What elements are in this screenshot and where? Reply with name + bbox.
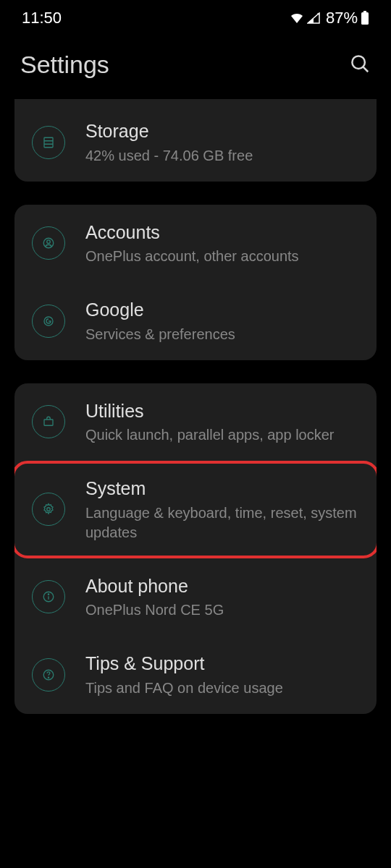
item-title: Tips & Support bbox=[85, 652, 359, 676]
storage-icon bbox=[32, 126, 65, 159]
accounts-icon bbox=[32, 226, 65, 260]
item-subtitle: Language & keyboard, time, reset, system… bbox=[85, 503, 359, 542]
utilities-icon bbox=[32, 405, 65, 438]
settings-item-accounts[interactable]: Accounts OnePlus account, other accounts bbox=[14, 205, 377, 283]
svg-point-9 bbox=[47, 240, 51, 244]
svg-point-15 bbox=[48, 594, 49, 595]
svg-point-12 bbox=[47, 508, 51, 511]
svg-rect-5 bbox=[44, 137, 53, 148]
item-title: Storage bbox=[85, 119, 359, 143]
settings-item-utilities[interactable]: Utilities Quick launch, parallel apps, a… bbox=[14, 383, 377, 461]
item-subtitle: 42% used - 74.06 GB free bbox=[85, 146, 359, 166]
settings-item-storage[interactable]: Storage 42% used - 74.06 GB free bbox=[14, 103, 377, 182]
settings-group-accounts: Accounts OnePlus account, other accounts… bbox=[14, 205, 377, 360]
page-title: Settings bbox=[20, 51, 109, 79]
item-title: Accounts bbox=[85, 221, 359, 244]
item-subtitle: Tips and FAQ on device usage bbox=[85, 678, 359, 698]
item-subtitle: Quick launch, parallel apps, app locker bbox=[85, 425, 359, 445]
settings-item-about-phone[interactable]: About phone OnePlus Nord CE 5G bbox=[14, 558, 377, 637]
item-title: Utilities bbox=[85, 399, 359, 423]
svg-point-3 bbox=[352, 56, 365, 69]
svg-rect-1 bbox=[363, 11, 366, 12]
wifi-icon bbox=[290, 12, 304, 24]
item-title: About phone bbox=[85, 574, 359, 598]
gear-icon bbox=[32, 493, 65, 526]
settings-item-tips-support[interactable]: Tips & Support Tips and FAQ on device us… bbox=[14, 636, 377, 714]
status-right: x 87% bbox=[290, 9, 369, 27]
svg-text:x: x bbox=[317, 12, 319, 16]
settings-group-system: Utilities Quick launch, parallel apps, a… bbox=[14, 383, 377, 714]
highlight-annotation: System Language & keyboard, time, reset,… bbox=[14, 461, 377, 558]
settings-item-system[interactable]: System Language & keyboard, time, reset,… bbox=[14, 464, 377, 556]
signal-icon: x bbox=[307, 12, 320, 24]
google-icon bbox=[32, 305, 65, 338]
svg-rect-2 bbox=[361, 12, 369, 25]
search-icon[interactable] bbox=[349, 53, 371, 77]
svg-point-17 bbox=[48, 677, 49, 678]
item-title: Google bbox=[85, 298, 359, 322]
item-subtitle: Services & preferences bbox=[85, 325, 359, 344]
status-time: 11:50 bbox=[22, 9, 62, 27]
svg-line-4 bbox=[363, 67, 368, 72]
item-title: System bbox=[85, 477, 359, 501]
battery-icon bbox=[361, 11, 369, 25]
help-icon bbox=[32, 658, 65, 692]
info-icon bbox=[32, 580, 65, 613]
settings-group-storage: Storage 42% used - 74.06 GB free bbox=[14, 99, 377, 182]
app-header: Settings bbox=[0, 36, 391, 99]
settings-item-google[interactable]: Google Services & preferences bbox=[14, 282, 377, 360]
item-subtitle: OnePlus account, other accounts bbox=[85, 247, 359, 266]
svg-rect-11 bbox=[44, 420, 53, 425]
battery-percent: 87% bbox=[326, 9, 358, 27]
item-subtitle: OnePlus Nord CE 5G bbox=[85, 600, 359, 620]
status-bar: 11:50 x 87% bbox=[0, 0, 391, 36]
